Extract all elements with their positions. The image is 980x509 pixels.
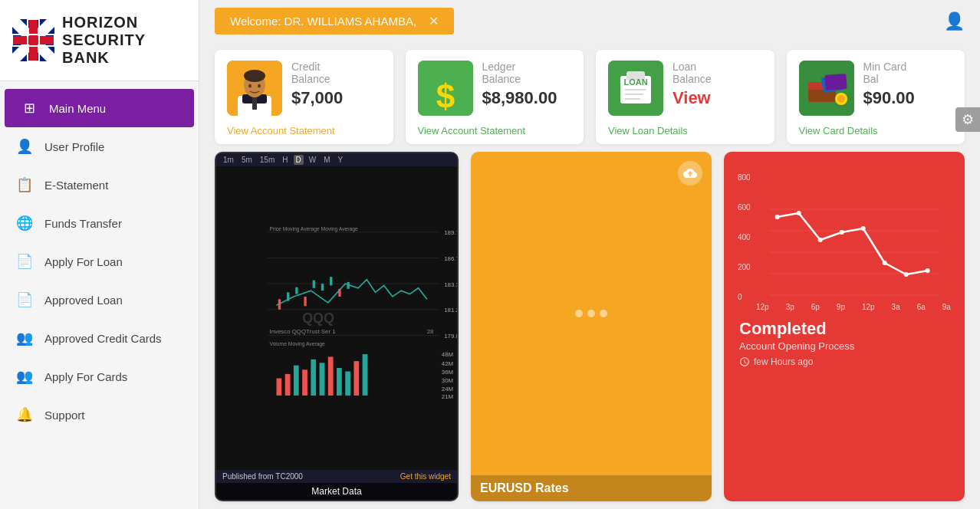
- svg-text:21M: 21M: [442, 393, 453, 400]
- svg-point-86: [860, 226, 865, 231]
- chart-15m[interactable]: 15m: [258, 155, 277, 165]
- loan-balance-card: LOAN LoanBalance View View Loan Details: [596, 50, 774, 144]
- view-card-details-link[interactable]: View Card Details: [799, 125, 953, 136]
- header: Welcome: DR. WILLIAMS AHAMBA, ✕ 👤: [199, 0, 980, 42]
- min-card-balance-info: Min CardBal $90.00: [863, 61, 915, 108]
- user-profile-icon: 👤: [15, 138, 34, 155]
- sidebar-item-approved-loan[interactable]: 📄 Approved Loan: [0, 281, 199, 319]
- view-loan-details-link[interactable]: View Loan Details: [608, 125, 762, 136]
- e-statement-icon: 📋: [15, 176, 34, 193]
- clock-icon: [739, 356, 750, 367]
- chart-x-12a: 12p: [862, 303, 875, 311]
- chart-x-9p: 9p: [837, 303, 845, 311]
- svg-text:28: 28: [427, 328, 434, 335]
- svg-rect-62: [302, 369, 307, 396]
- svg-text:Volume  Moving Average: Volume Moving Average: [270, 341, 326, 347]
- settings-gear-button[interactable]: ⚙: [955, 107, 980, 132]
- upload-icon-area: [678, 161, 702, 186]
- svg-text:189.77: 189.77: [444, 229, 457, 236]
- chart-y[interactable]: Y: [336, 155, 346, 165]
- chart-x-9a: 9a: [942, 303, 951, 311]
- svg-rect-49: [304, 297, 306, 306]
- sidebar-item-main-menu[interactable]: ⊞ Main Menu: [5, 89, 194, 127]
- completed-widget: 800 600 400 200 0: [724, 152, 965, 501]
- svg-rect-54: [347, 282, 349, 289]
- eurusd-title: EURUSD Rates: [471, 475, 712, 501]
- apply-cards-icon: 👥: [15, 368, 34, 385]
- svg-text:30M: 30M: [442, 377, 453, 384]
- sidebar-item-label: Apply For Loan: [44, 255, 123, 268]
- svg-rect-61: [294, 366, 299, 396]
- chart-h[interactable]: H: [280, 155, 290, 165]
- svg-rect-7: [12, 36, 54, 44]
- sidebar-item-label: Funds Transfer: [44, 217, 122, 230]
- svg-text:179.07: 179.07: [444, 333, 457, 340]
- chart-d[interactable]: D: [294, 155, 304, 165]
- sidebar-item-label: Approved Credit Cards: [44, 332, 162, 345]
- loan-icon-box: LOAN: [608, 61, 663, 116]
- credit-balance-card: CreditBalance $7,000 View Account Statem…: [215, 50, 393, 144]
- chart-y-0: 0: [738, 293, 751, 301]
- sidebar-nav: ⊞ Main Menu 👤 User Profile 📋 E-Statement…: [0, 81, 199, 509]
- sidebar-item-apply-for-cards[interactable]: 👥 Apply For Cards: [0, 357, 199, 396]
- chart-5m[interactable]: 5m: [239, 155, 255, 165]
- widgets-row: 1m 5m 15m H D W M Y: [199, 152, 980, 509]
- sidebar: HORIZON SECURITY BANK ⊞ Main Menu 👤 User…: [0, 0, 199, 509]
- welcome-close-button[interactable]: ✕: [429, 14, 439, 28]
- sidebar-item-funds-transfer[interactable]: 🌐 Funds Transfer: [0, 204, 199, 242]
- svg-point-33: [837, 95, 845, 103]
- svg-rect-47: [287, 292, 289, 300]
- svg-text:42M: 42M: [442, 360, 453, 367]
- view-account-statement-link-1[interactable]: View Account Statement: [227, 125, 381, 136]
- svg-point-89: [925, 268, 929, 273]
- ledger-balance-value: $8,980.00: [482, 88, 557, 108]
- logo-text: HORIZON SECURITY BANK: [62, 14, 146, 67]
- sidebar-item-approved-credit-cards[interactable]: 👥 Approved Credit Cards: [0, 319, 199, 357]
- svg-rect-13: [252, 96, 257, 110]
- upload-icon[interactable]: [678, 161, 702, 186]
- ledger-balance-info: LedgerBalance $8,980.00: [482, 61, 557, 108]
- chart-1m[interactable]: 1m: [221, 155, 236, 165]
- logo-flag-icon: [12, 19, 54, 61]
- svg-point-88: [903, 272, 908, 277]
- svg-rect-46: [278, 299, 281, 309]
- dot-1: [575, 310, 583, 317]
- sidebar-item-user-profile[interactable]: 👤 User Profile: [0, 127, 199, 166]
- logo-line1: HORIZON: [62, 14, 146, 31]
- completed-chart-area: 800 600 400 200 0: [724, 152, 965, 311]
- logo-line2: SECURITY: [62, 31, 146, 49]
- svg-rect-67: [345, 372, 350, 396]
- sidebar-item-support[interactable]: 🔔 Support: [0, 396, 199, 434]
- svg-rect-69: [363, 354, 368, 396]
- sidebar-item-e-statement[interactable]: 📋 E-Statement: [0, 166, 199, 204]
- chart-toolbar: 1m 5m 15m H D W M Y: [216, 153, 457, 166]
- apply-loan-icon: 📄: [15, 253, 34, 270]
- chart-w[interactable]: W: [307, 155, 318, 165]
- user-photo-box: [227, 61, 282, 116]
- svg-rect-48: [295, 287, 298, 294]
- completed-title: Completed: [739, 319, 949, 339]
- sidebar-item-label: User Profile: [44, 140, 104, 153]
- loan-balance-value: View: [673, 88, 712, 108]
- loan-balance-label: LoanBalance: [673, 61, 712, 85]
- get-widget-text[interactable]: Get this widget: [400, 472, 451, 481]
- chart-m[interactable]: M: [321, 155, 332, 165]
- header-user-icon[interactable]: 👤: [944, 11, 965, 31]
- min-card-balance-label: Min CardBal: [863, 61, 915, 85]
- approved-loan-icon: 📄: [15, 291, 34, 308]
- chart-y-200: 200: [738, 263, 751, 271]
- sidebar-item-label: Approved Loan: [44, 294, 123, 307]
- svg-point-84: [817, 238, 822, 242]
- sidebar-item-label: E-Statement: [44, 179, 108, 192]
- chart-x-6a: 6a: [917, 303, 926, 311]
- sidebar-item-apply-for-loan[interactable]: 📄 Apply For Loan: [0, 242, 199, 281]
- svg-text:Invesco QQQTrust Ser 1: Invesco QQQTrust Ser 1: [270, 328, 336, 335]
- dot-3: [600, 310, 607, 317]
- market-data-widget: 1m 5m 15m H D W M Y: [215, 152, 459, 501]
- credit-balance-label: CreditBalance: [291, 61, 343, 85]
- loan-balance-info: LoanBalance View: [673, 61, 712, 108]
- logo-line3: BANK: [62, 49, 146, 67]
- view-account-statement-link-2[interactable]: View Account Statement: [418, 125, 572, 136]
- sidebar-item-label: Apply For Cards: [44, 370, 127, 383]
- svg-rect-76: [769, 194, 938, 301]
